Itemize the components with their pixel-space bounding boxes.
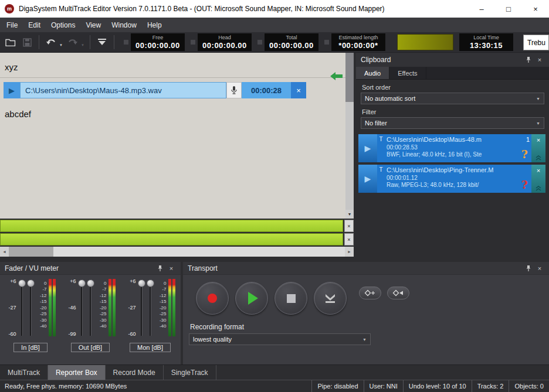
item-type-marker: T (377, 134, 385, 162)
folder-open-icon (5, 38, 16, 46)
fader-slider[interactable] (146, 278, 155, 337)
item-side-controls: × (531, 134, 545, 162)
filter-select[interactable]: No filter ▼ (361, 117, 544, 129)
scale-max: +6 (130, 278, 135, 284)
counter-label: Total (286, 35, 297, 41)
menu-options[interactable]: Options (46, 18, 80, 32)
undo-button[interactable] (43, 35, 59, 50)
tab-multitrack[interactable]: MultiTrack (0, 365, 48, 380)
fader-group-out: +6 -46 -99 0 -7 -12 -15 -20 -25 (62, 278, 118, 363)
level-bar-close-button[interactable]: × (344, 220, 354, 232)
undo-dropdown-caret-icon[interactable]: ▼ (59, 43, 63, 47)
minimize-button[interactable]: – (468, 0, 495, 18)
scale-tick: 0 (164, 281, 166, 286)
save-button[interactable] (19, 35, 35, 50)
horizontal-scrollbar[interactable]: ◄ ► (0, 247, 354, 257)
tab-effects[interactable]: Effects (389, 67, 426, 79)
scroll-left-button[interactable]: ◄ (0, 247, 9, 257)
record-button[interactable] (196, 282, 229, 315)
toolbar-separator (90, 35, 90, 49)
close-panel-icon[interactable]: × (535, 56, 544, 63)
level-bar[interactable] (0, 220, 343, 232)
pin-icon[interactable] (524, 265, 533, 272)
add-marker-button[interactable] (359, 287, 381, 299)
clipboard-item[interactable]: ▶ T C:\Users\nin\Desktop\Ping-Trenner.M … (358, 165, 545, 193)
stop-button[interactable] (274, 282, 307, 315)
window-title: DigaSystem MultiTrack Editor Version 7.0… (19, 5, 468, 13)
open-button[interactable] (3, 35, 18, 50)
level-bar-close-button[interactable]: × (344, 233, 354, 246)
slider-knob[interactable] (27, 279, 35, 287)
clip-remove-button[interactable]: × (291, 82, 306, 98)
menu-edit[interactable]: Edit (23, 18, 46, 32)
track-list-button[interactable] (94, 35, 110, 50)
horizontal-scrollbar-track[interactable] (9, 247, 345, 257)
play-button[interactable] (235, 282, 268, 315)
clip-file-path[interactable]: C:\Users\nin\Desktop\Maus-48.mp3.wav (20, 82, 226, 98)
clipboard-panel: Clipboard × Audio Effects Sort order No … (356, 53, 549, 262)
scroll-down-button[interactable]: ▼ (345, 210, 354, 219)
tab-audio[interactable]: Audio (356, 67, 389, 79)
vertical-scrollbar[interactable]: ▼ (345, 53, 354, 219)
close-panel-icon[interactable]: × (167, 265, 176, 272)
status-message: Ready, Free phys. memory: 10690 MBytes (0, 383, 311, 390)
menu-file[interactable]: File (1, 18, 23, 32)
menu-window[interactable]: Window (106, 18, 142, 32)
filter-value: No filter (365, 120, 387, 127)
prev-marker-button[interactable] (387, 287, 409, 299)
slider-knob[interactable] (78, 279, 86, 287)
track-title: xyz (5, 62, 18, 72)
slider-track (141, 279, 143, 336)
redo-dropdown-caret-icon: ▼ (81, 43, 84, 47)
tab-record-mode[interactable]: Record Mode (106, 365, 164, 380)
level-bar[interactable] (0, 233, 343, 246)
slider-knob[interactable] (138, 279, 145, 287)
vertical-scrollbar-thumb[interactable] (345, 53, 354, 102)
scale-tick: -25 (40, 311, 47, 316)
status-objects: Objects: 0 (509, 380, 549, 392)
clip-record-button[interactable] (226, 82, 242, 98)
add-marker-icon (364, 289, 376, 296)
scroll-right-button[interactable]: ► (345, 247, 354, 257)
item-play-button[interactable]: ▶ (358, 134, 377, 162)
tab-reporter-box[interactable]: Reporter Box (48, 365, 106, 380)
item-expand-icon[interactable] (536, 186, 541, 191)
fader-group-label: In [dB] (13, 343, 48, 352)
trebu-button[interactable]: Trebu (523, 35, 549, 50)
item-play-button[interactable]: ▶ (358, 165, 377, 193)
fader-slider[interactable] (77, 278, 86, 337)
item-expand-icon[interactable] (536, 155, 541, 161)
redo-button[interactable] (65, 35, 80, 50)
pin-icon[interactable] (155, 265, 165, 272)
close-panel-icon[interactable]: × (535, 265, 544, 272)
fader-slider[interactable] (86, 278, 95, 337)
clipboard-item[interactable]: ▶ T C:\Users\nin\Desktop\Maus-48.m 1 00:… (358, 134, 545, 162)
item-remove-button[interactable]: × (537, 167, 540, 174)
sort-order-select[interactable]: No automatic sort ▼ (361, 93, 544, 104)
fader-slider[interactable] (26, 278, 35, 337)
track-editor-canvas[interactable]: xyz ▶ C:\Users\nin\Desktop\Maus-48.mp3.w… (0, 53, 354, 219)
fader-slider[interactable] (137, 278, 146, 337)
fader-panel-title: Fader / VU meter (5, 264, 59, 272)
tab-singletrack[interactable]: SingleTrack (164, 365, 216, 380)
slider-knob[interactable] (87, 279, 94, 287)
go-to-end-button[interactable] (314, 282, 347, 315)
close-button[interactable]: × (522, 0, 549, 18)
recording-format-select[interactable]: lowest quality ▼ (189, 333, 371, 345)
item-remove-button[interactable]: × (537, 137, 540, 144)
item-type-marker: T (377, 165, 385, 193)
fader-group-label: Mon [dB] (130, 343, 171, 352)
level-bar-row: × (0, 220, 354, 232)
pin-icon[interactable] (524, 56, 533, 63)
maximize-button[interactable]: □ (495, 0, 522, 18)
scale-max: +6 (10, 278, 16, 284)
scale-tick: -25 (100, 311, 107, 316)
slider-knob[interactable] (147, 279, 154, 287)
fader-slider[interactable] (18, 278, 26, 337)
horizontal-scrollbar-thumb[interactable] (9, 247, 53, 257)
menu-help[interactable]: Help (142, 18, 167, 32)
vu-meter (168, 278, 175, 337)
clip-play-button[interactable]: ▶ (4, 82, 20, 98)
slider-knob[interactable] (18, 279, 26, 287)
menu-view[interactable]: View (80, 18, 106, 32)
